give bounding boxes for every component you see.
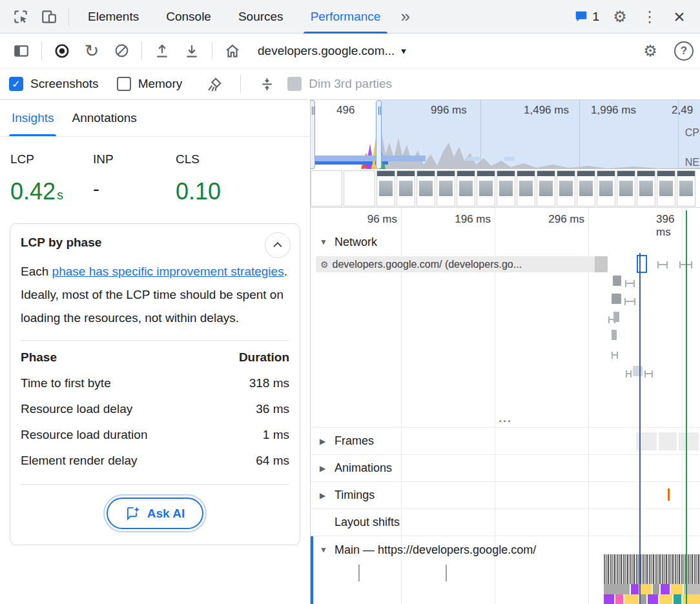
flame-segment[interactable] [674,594,681,604]
flame-segment[interactable] [604,594,614,604]
triangle-down-icon[interactable]: ▼ [320,237,329,247]
garbage-collect-button[interactable] [200,69,229,99]
request-whisker[interactable] [612,352,618,359]
dim-3rd-parties-checkbox[interactable]: Dim 3rd parties [287,77,392,91]
network-request-bar[interactable] [612,294,621,304]
load-profile-button[interactable] [147,36,177,66]
filmstrip-frame[interactable] [376,170,395,206]
history-dropdown[interactable]: developers.google.com... ▾ [258,44,406,58]
network-request-bar[interactable] [613,276,621,286]
tab-elements[interactable]: Elements [74,0,152,34]
tab-annotations[interactable]: Annotations [63,100,145,136]
filmstrip-frame[interactable] [537,170,555,206]
filmstrip-frame[interactable] [457,170,475,206]
network-request-bar[interactable] [613,312,619,322]
filmstrip-frame[interactable] [577,170,595,206]
triangle-right-icon[interactable]: ▶ [320,464,329,473]
filmstrip-frame[interactable] [477,170,495,206]
flame-segment[interactable] [684,584,700,594]
toggle-sidebar-button[interactable] [6,36,36,66]
flame-segment[interactable] [604,584,630,594]
selection-left-handle[interactable] [311,100,315,169]
flame-segment[interactable] [671,584,683,594]
filmstrip-frame[interactable] [311,170,342,206]
triangle-right-icon[interactable]: ▶ [320,437,329,446]
triangle-down-icon[interactable]: ▼ [320,545,329,554]
flame-segment[interactable] [631,584,639,594]
filmstrip-frame[interactable] [517,170,535,206]
help-button[interactable]: ? [674,41,694,61]
record-and-reload-button[interactable]: ↻ [77,36,107,66]
request-whisker[interactable] [644,370,653,378]
flame-segment[interactable] [624,594,639,604]
filmstrip-frame[interactable] [677,170,695,206]
screenshots-label: Screenshots [30,77,99,91]
memory-checkbox[interactable]: Memory [117,77,183,91]
home-button[interactable] [218,36,247,66]
network-track-header[interactable]: ▼ Network [311,231,700,253]
collapse-tracks-button[interactable] [252,69,281,99]
network-request-bar[interactable] [612,330,617,340]
filmstrip-frame[interactable] [417,170,435,206]
selected-request-outline[interactable] [637,255,647,273]
request-whisker[interactable] [679,261,692,268]
filmstrip-frame[interactable] [597,170,615,206]
settings-button[interactable]: ⚙ [606,2,634,32]
tab-sources[interactable]: Sources [225,0,297,34]
flame-segment[interactable] [683,594,700,604]
filmstrip-frame[interactable] [396,170,415,206]
screenshots-checkbox[interactable]: ✓ Screenshots [9,77,99,91]
flame-segment[interactable] [648,594,658,604]
record-button[interactable] [47,36,77,66]
tab-console[interactable]: Console [152,0,225,34]
timeline-overview[interactable]: 496 996 ms 1,496 ms 1,996 ms 2,49 CP NE [311,100,700,208]
flame-segment[interactable] [659,594,672,604]
clear-button[interactable] [107,36,136,66]
collapse-card-button[interactable] [265,232,291,258]
triangle-right-icon[interactable]: ▶ [320,491,329,500]
network-request-bar[interactable] [633,366,643,376]
track-animations[interactable]: ▶ Animations [311,454,700,481]
flame-segment[interactable] [661,584,670,594]
capture-settings-button[interactable]: ⚙ [635,36,665,66]
timing-marker[interactable] [668,488,670,501]
issues-counter-button[interactable]: 1 [569,2,604,32]
selection-right-handle[interactable] [376,100,382,169]
tab-insights[interactable]: Insights [3,100,63,136]
request-whisker[interactable] [657,261,668,268]
kebab-menu-button[interactable]: ⋮ [635,2,664,32]
filmstrip-frame[interactable] [617,170,635,206]
close-devtools-button[interactable]: × [665,2,694,32]
filmstrip-frame[interactable] [557,170,575,206]
tab-performance[interactable]: Performance [297,0,395,34]
flame-segment[interactable] [640,584,652,594]
track-timings[interactable]: ▶ Timings [311,481,700,508]
network-request-bar[interactable]: ⚙ developers.google.com/ (developers.go.… [316,256,608,272]
request-whisker[interactable] [624,298,635,305]
flame-segment[interactable] [640,594,646,604]
filmstrip-frame[interactable] [344,170,375,206]
flame-segment[interactable] [615,594,623,604]
table-row: Element render delay64 ms [21,448,289,474]
more-tabs-button[interactable]: » [394,6,416,26]
flame-chart-activity[interactable] [604,554,700,584]
ask-ai-button[interactable]: Ask AI [107,498,203,529]
overview-strip[interactable]: 496 996 ms 1,496 ms 1,996 ms 2,49 CP NE [311,100,700,169]
filmstrip-frame[interactable] [497,170,515,206]
filmstrip-frame[interactable] [637,170,655,206]
track-main-thread[interactable]: ▼ Main — https://developers.google.com/ [311,536,700,604]
track-layout-shifts[interactable]: Layout shifts [311,508,700,536]
device-toolbar-button[interactable] [35,2,63,32]
inspect-element-button[interactable] [6,2,35,32]
filmstrip-frame[interactable] [437,170,455,206]
request-whisker[interactable] [626,370,632,378]
filmstrip-frame[interactable] [657,170,675,206]
track-frames[interactable]: ▶ Frames [311,427,700,454]
flame-segment[interactable] [653,584,659,594]
request-whisker[interactable] [625,280,635,287]
column-duration: Duration [213,345,289,370]
improvement-strategies-link[interactable]: phase has specific improvement strategie… [52,265,284,278]
track-resizer-handle[interactable]: … [311,413,700,427]
save-profile-button[interactable] [177,36,207,66]
track-label: Animations [335,461,392,475]
